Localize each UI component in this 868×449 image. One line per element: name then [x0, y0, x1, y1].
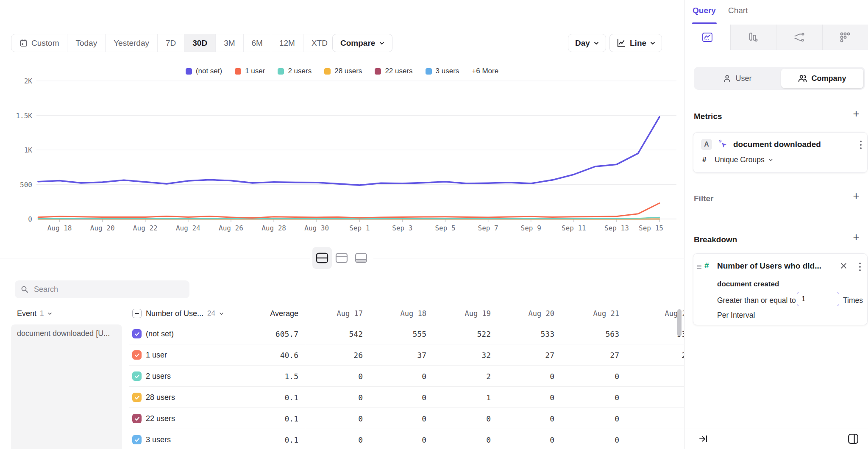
- layout-chart-top-button[interactable]: [351, 247, 371, 269]
- series-column-header[interactable]: Number of Use... 24: [146, 304, 224, 323]
- cell-value: 0: [504, 366, 554, 387]
- toggle-side-panel-button[interactable]: [848, 433, 859, 446]
- series-checkbox[interactable]: [132, 329, 142, 338]
- chevron-down-icon: [379, 42, 384, 45]
- indeterminate-mark: [135, 313, 139, 314]
- table-row: 22 users0.1000000: [0, 408, 684, 429]
- panel-right-icon: [848, 433, 859, 444]
- add-metric-button[interactable]: +: [850, 108, 862, 119]
- chart-type-line-tab[interactable]: [684, 25, 730, 50]
- interval-dropdown[interactable]: Day: [568, 34, 606, 52]
- range-yesterday[interactable]: Yesterday: [106, 34, 158, 52]
- toggle-company[interactable]: Company: [781, 69, 863, 88]
- line-chart-tab-icon: [702, 32, 713, 42]
- metric-card[interactable]: A document downloaded # Unique Groups: [693, 132, 868, 173]
- x-axis-label: Aug 18: [47, 224, 72, 232]
- collapse-panel-button[interactable]: [699, 434, 708, 445]
- filter-heading: Filter: [694, 194, 713, 203]
- measure-prefix: #: [702, 156, 706, 164]
- series-label: (not set): [146, 323, 174, 344]
- breakdown-heading: Breakdown: [694, 235, 737, 244]
- series-checkbox[interactable]: [132, 435, 142, 444]
- range-7d[interactable]: 7D: [158, 34, 184, 52]
- cell-value: 0: [640, 387, 684, 408]
- chart-type-tabs: [684, 25, 868, 50]
- chart-type-composition-tab[interactable]: [822, 25, 868, 50]
- cell-value: 0: [504, 408, 554, 429]
- series-checkbox[interactable]: [132, 414, 142, 423]
- check-icon: [134, 331, 140, 337]
- drag-handle-icon[interactable]: [697, 264, 702, 272]
- range-12m[interactable]: 12M: [271, 34, 303, 52]
- line-chart-icon: [616, 38, 626, 48]
- add-filter-button[interactable]: +: [850, 190, 862, 202]
- metric-menu-button[interactable]: [860, 140, 862, 151]
- calendar-icon: [19, 39, 28, 47]
- cell-value: 37: [376, 344, 426, 366]
- remove-breakdown-button[interactable]: [840, 263, 847, 271]
- active-tab-underline: [692, 22, 717, 24]
- event-column-header[interactable]: Event 1: [17, 304, 52, 323]
- x-axis-label: Sep 13: [604, 224, 629, 232]
- breakdown-per-interval: Per Interval: [717, 311, 755, 320]
- cell-value: 28: [640, 344, 684, 366]
- breakdown-menu-button[interactable]: [859, 262, 861, 273]
- bar-chart-tab-icon: [748, 32, 758, 42]
- select-all-checkbox[interactable]: [132, 309, 142, 318]
- chart-type-dropdown[interactable]: Line: [609, 34, 662, 52]
- breakdown-condition: Greater than or equal to: [717, 296, 796, 305]
- line-chart[interactable]: 05001K1.5K2KAug 18Aug 20Aug 22Aug 24Aug …: [0, 59, 684, 237]
- average-column-header: Average: [270, 304, 298, 323]
- chart-type-bar-tab[interactable]: [730, 25, 776, 50]
- company-icon: [798, 75, 807, 83]
- compare-button[interactable]: Compare: [332, 34, 392, 52]
- x-axis-label: Aug 28: [262, 224, 286, 232]
- x-axis-label: Aug 22: [133, 224, 158, 232]
- x-axis-label: Sep 15: [639, 224, 663, 232]
- y-axis-label: 500: [20, 181, 32, 189]
- flow-chart-tab-icon: [794, 32, 805, 42]
- x-axis-label: Sep 11: [562, 224, 586, 232]
- layout-table-top-button[interactable]: [332, 247, 351, 269]
- layout-split-view-button[interactable]: [312, 247, 332, 269]
- tab-query[interactable]: Query: [693, 6, 716, 15]
- cell-value: 32: [440, 344, 491, 366]
- measure-dropdown[interactable]: Unique Groups: [715, 155, 773, 164]
- range-3m[interactable]: 3M: [216, 34, 243, 52]
- table-scrollbar[interactable]: [677, 309, 682, 336]
- check-icon: [134, 352, 140, 358]
- cell-value: 0: [640, 366, 684, 387]
- y-axis-label: 1K: [24, 146, 33, 154]
- range-6m[interactable]: 6M: [244, 34, 271, 52]
- arrow-to-bar-icon: [699, 434, 708, 443]
- chart-type-flow-tab[interactable]: [776, 25, 822, 50]
- search-input[interactable]: [33, 285, 184, 294]
- breakdown-title: Number of Users who did...: [717, 261, 821, 271]
- chevron-down-icon: [47, 312, 52, 315]
- date-column-header: Aug 20: [504, 304, 554, 323]
- breakdown-card[interactable]: # Number of Users who did... document cr…: [693, 253, 868, 325]
- series-checkbox[interactable]: [132, 393, 142, 402]
- breakdown-value-input[interactable]: [797, 292, 839, 306]
- range-30d[interactable]: 30D: [184, 34, 216, 52]
- cell-value: 0: [376, 366, 426, 387]
- add-breakdown-button[interactable]: +: [850, 231, 862, 243]
- analytics-app: CustomTodayYesterday7D30D3M6M12MXTD Comp…: [0, 0, 868, 449]
- user-icon: [723, 75, 731, 83]
- cell-value: 27: [504, 344, 554, 366]
- range-custom[interactable]: Custom: [11, 34, 67, 52]
- average-value: 1.5: [248, 366, 298, 387]
- table-row: 28 users0.1001000: [0, 387, 684, 408]
- series-checkbox[interactable]: [132, 371, 142, 381]
- range-today[interactable]: Today: [67, 34, 106, 52]
- average-value: 40.6: [248, 344, 298, 366]
- cell-value: 0: [568, 366, 619, 387]
- toggle-user[interactable]: User: [694, 74, 781, 83]
- chart-type-label: Line: [630, 39, 646, 48]
- x-axis-label: Sep 1: [349, 224, 370, 232]
- main-area: CustomTodayYesterday7D30D3M6M12MXTD Comp…: [0, 0, 684, 449]
- tab-chart[interactable]: Chart: [728, 6, 748, 15]
- check-icon: [134, 416, 140, 421]
- check-icon: [134, 395, 140, 400]
- series-checkbox[interactable]: [132, 350, 142, 360]
